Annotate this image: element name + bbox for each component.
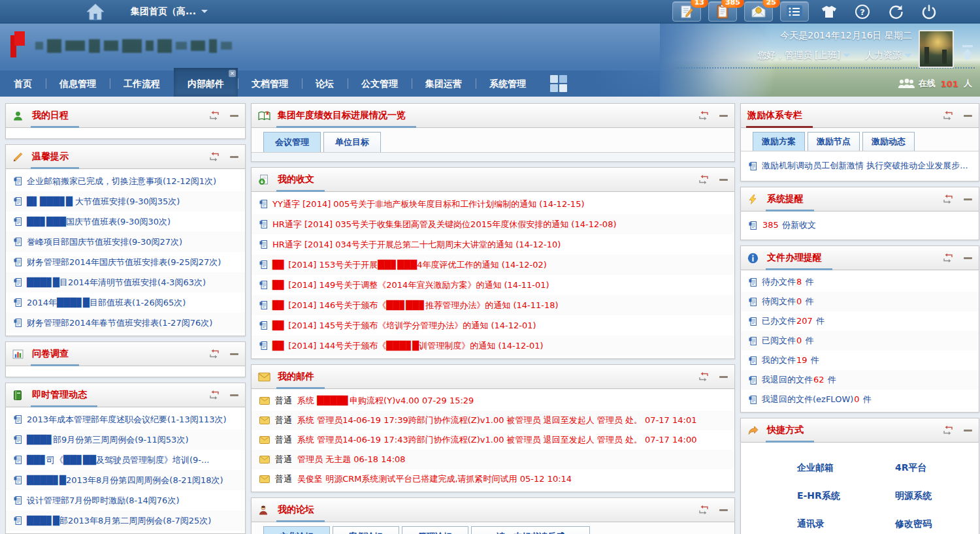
file-count-item[interactable]: 我退回的文件(ezFLOW)0 件 [741,390,979,409]
tab-unit-goals[interactable]: 单位目标 [323,132,381,152]
item-link[interactable]: 财务管理部2014年国庆节值班安排表(9-25阅27次) [27,257,221,268]
item-link[interactable]: 我的文件19 件 [762,354,819,366]
minimize-icon[interactable] [719,376,728,378]
received-doc-item[interactable]: YY通字 [2014] 005号关于非地产板块年度目标和工作计划编制的通知 (1… [252,194,734,214]
nav-item-workflow[interactable]: 工作流程 [110,71,174,97]
item-link[interactable]: 2014年███▊█目部值班表(1-26阅65次) [27,297,186,309]
item-link[interactable]: 设计管理部7月份即时激励(8-14阅76次) [27,495,179,507]
minimize-icon[interactable] [719,179,728,181]
item-link[interactable]: 我退回的文件(ezFLOW)0 件 [762,394,872,405]
notice-item[interactable]: ███▊█目2014年清明节值班安排(4-3阅63次) [6,272,245,292]
mail-subject-link[interactable]: 系统 管理员14-06-19 17:43跨部门协作流程(Z)v1.00 被管理员… [297,434,696,446]
notice-item[interactable]: 2014年███▊█目部值班表(1-26阅65次) [6,292,245,313]
documents-button[interactable]: 385 [708,1,737,22]
item-link[interactable]: █▊ [2014] 146号关于颁布《██▊██▊推荐管理办法》的通知 (14-… [272,300,559,311]
mail-subject-link[interactable]: 系统 管理员14-06-19 17:39跨部门协作流程(Z)v1.00 被管理员… [297,415,696,426]
news-item[interactable]: ██▊司《██▊██及驾驶员管理制度》培训(9-... [6,450,245,470]
news-item[interactable]: ████▊█2013年8月份第四周周例会(8-21阅18次) [6,470,245,490]
received-doc-item[interactable]: █▊ [2014] 153号关于开展██▊███4年度评优工作的通知 (14-1… [252,255,734,275]
mail-subject-link[interactable]: 系统 ████▊申购流程(Y)v4.00 07-29 15:29 [297,395,474,407]
refresh-icon[interactable] [208,349,220,359]
logout-button[interactable] [916,1,942,22]
shortcut-4r-platform[interactable]: 4R平台 [895,462,980,474]
mail-item[interactable]: 普通 系统 ████▊申购流程(Y)v4.00 07-29 15:29 [252,391,734,411]
quick-launch-grid-icon[interactable] [550,75,567,92]
shortcut-mingyuan-system[interactable]: 明源系统 [895,490,980,502]
notice-item[interactable]: ██▊███国庆节值班表(9-30阅30次) [6,212,245,232]
minimize-icon[interactable] [230,394,238,396]
item-link[interactable]: █▌███▊█ 大节值班安排(9-30阅35次) [27,196,180,208]
minimize-icon[interactable] [719,509,728,511]
item-link[interactable]: 已阅文件0 件 [762,335,813,347]
tab-reading-forum[interactable]: 读一本好书读后感 [471,526,590,534]
refresh-icon[interactable] [942,194,954,204]
refresh-icon[interactable] [208,390,220,400]
online-users[interactable]: 在线 101 人 [898,71,972,97]
refresh-page-button[interactable] [883,1,909,22]
refresh-icon[interactable] [698,371,710,382]
item-link[interactable]: HR通字 [2014] 034号关于开展总第二十七期周末大讲堂的通知 (14-1… [272,239,561,251]
item-link[interactable]: 企业邮箱搬家已完成，切换注意事项(12-12阅1次) [27,176,216,187]
nav-item-internal-mail[interactable]: 内部邮件 × [174,68,238,97]
file-count-item[interactable]: 已办文件207 件 [741,311,979,331]
item-link[interactable]: YY通字 [2014] 005号关于非地产板块年度目标和工作计划编制的通知 (1… [272,198,584,210]
tab-meeting-mgmt[interactable]: 会议管理 [263,132,321,152]
notice-item[interactable]: 财务管理部2014年春节值班安排表(1-27阅76次) [6,313,245,333]
tab-incentive-news[interactable]: 激励动态 [862,132,915,151]
minimize-icon[interactable] [964,430,972,432]
nav-item-info[interactable]: 信息管理 [46,71,110,97]
minimize-icon[interactable] [964,257,972,259]
nav-item-group-ops[interactable]: 集团运营 [412,71,476,97]
item-link[interactable]: ███▊█部2013年8月第二周周例会(8-7阅25次) [27,515,211,527]
mail-subject-link[interactable]: 管理员 无主题 06-18 14:08 [297,454,406,465]
mail-item[interactable]: 普通 系统 管理员14-06-19 17:43跨部门协作流程(Z)v1.00 被… [252,430,734,450]
portal-switcher[interactable]: 集团首页（高... [131,6,208,18]
news-item[interactable]: 2013年成本管理部年度述职会议纪要(1-13阅113次) [6,409,245,430]
close-tab-icon[interactable]: × [229,70,236,77]
item-link[interactable]: 待办文件8 件 [762,276,813,288]
item-link[interactable]: ██▊███国庆节值班表(9-30阅30次) [27,216,171,228]
incentive-item[interactable]: 激励机制调动员工创新激情 执行突破推动企业发展步... [741,153,979,178]
refresh-icon[interactable] [698,505,710,515]
file-count-item[interactable]: 我退回的文件62 件 [741,370,979,390]
minimize-icon[interactable] [230,353,238,355]
item-link[interactable]: HR通字 [2014] 035号关于收集集团高管及关键岗位2015年度休假安排的… [272,219,616,230]
home-button[interactable] [78,1,112,23]
mail-item[interactable]: 普通 系统 管理员14-06-19 17:39跨部门协作流程(Z)v1.00 被… [252,411,734,430]
collapse-banner-button[interactable] [960,43,975,63]
item-link[interactable]: 2013年成本管理部年度述职会议纪要(1-13阅113次) [27,414,227,426]
nav-item-home[interactable]: 首页 [0,71,46,97]
notice-item[interactable]: 誉峰项目部国庆节值班安排(9-30阅27次) [6,232,245,252]
item-link[interactable]: ███▊█目2014年清明节值班安排(4-3阅63次) [27,277,206,289]
tab-case-forum[interactable]: 案例论坛 [333,526,399,534]
dress-theme-button[interactable] [816,1,842,22]
department-selector[interactable]: 人力资源 [865,50,902,61]
minimize-icon[interactable] [719,115,728,117]
item-link[interactable]: █▊ [2014] 149号关于调整《2014年宜兴激励方案》的通知 (14-1… [272,279,549,291]
refresh-icon[interactable] [698,110,710,121]
item-link[interactable]: 誉峰项目部国庆节值班安排(9-30阅27次) [27,236,182,248]
file-count-item[interactable]: 我的文件19 件 [741,351,979,370]
item-link[interactable]: 财务管理部2014年春节值班安排表(1-27阅76次) [27,317,212,329]
item-link[interactable]: █▊ [2014] 145号关于颁布《培训学分管理办法》的通知 (14-12-0… [272,320,536,332]
news-item[interactable]: ███▊部9月份第三周周例会(9-11阅53次) [6,430,245,450]
mail-item[interactable]: 普通 管理员 无主题 06-18 14:08 [252,450,734,469]
department-chevron-icon[interactable] [904,54,912,61]
refresh-icon[interactable] [942,253,954,263]
mail-button[interactable]: 25 [744,1,773,22]
tab-incentive-plan[interactable]: 激励方案 [753,132,805,151]
item-link[interactable]: █▊ [2014] 144号关于颁布《███▊█训管理制度》的通知 (14-12… [272,340,544,352]
duty-status[interactable]: [上班] [815,50,840,61]
item-link[interactable]: 385 份新收文 [762,219,816,231]
notice-item[interactable]: █▌███▊█ 大节值班安排(9-30阅35次) [6,191,245,212]
tab-culture-forum[interactable]: 文化论坛 [263,526,330,534]
file-count-item[interactable]: 待办文件8 件 [741,272,979,292]
minimize-icon[interactable] [230,115,238,117]
file-count-item[interactable]: 已阅文件0 件 [741,331,979,351]
shortcut-ehr-system[interactable]: E-HR系统 [797,490,895,502]
duty-chevron-icon[interactable] [843,54,851,61]
shortcut-change-password[interactable]: 修改密码 [895,518,980,530]
received-doc-item[interactable]: █▊ [2014] 149号关于调整《2014年宜兴激励方案》的通知 (14-1… [252,275,734,295]
notice-item[interactable]: 企业邮箱搬家已完成，切换注意事项(12-12阅1次) [6,171,245,191]
minimize-icon[interactable] [964,198,972,200]
